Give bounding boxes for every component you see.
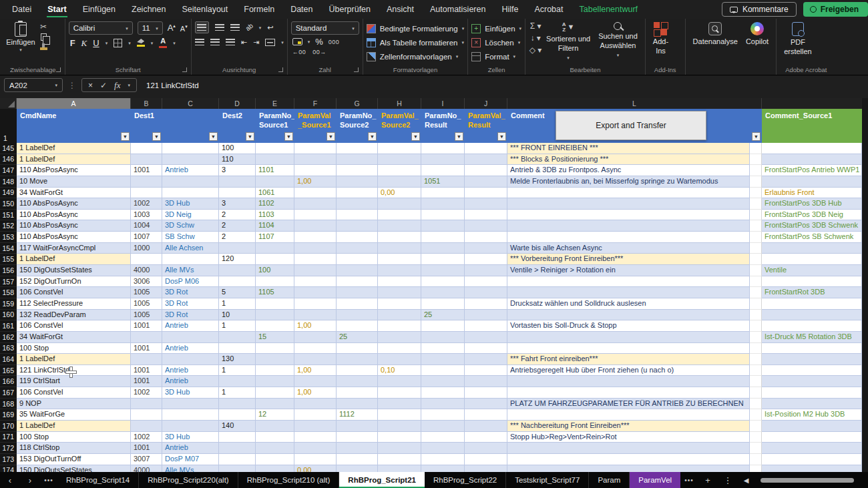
cell-C160[interactable]: 3D Rot: [162, 310, 219, 321]
cell-B160[interactable]: 1005: [131, 310, 162, 321]
cell-F166[interactable]: [294, 376, 337, 387]
cell-I153[interactable]: [421, 232, 465, 243]
cell-L160-comment[interactable]: [507, 310, 750, 321]
insert-function-icon[interactable]: fx: [114, 80, 120, 91]
cell-B167[interactable]: 1002: [131, 387, 162, 399]
filter-icon[interactable]: ▾: [411, 132, 420, 141]
cell-H147[interactable]: [378, 165, 421, 176]
cell-H165[interactable]: 0,10: [378, 365, 421, 377]
cell-G165[interactable]: [337, 365, 378, 377]
row-number-145[interactable]: 145: [0, 143, 17, 154]
cell-L149-comment[interactable]: [507, 188, 750, 199]
cell-H168[interactable]: [378, 399, 421, 410]
cell-E170[interactable]: [256, 421, 294, 432]
row-number-162[interactable]: 162: [0, 332, 17, 343]
cell-I159[interactable]: [421, 298, 465, 310]
cell-C151[interactable]: 3D Neig: [162, 210, 219, 221]
cell-I161[interactable]: [421, 320, 465, 332]
row-number-170[interactable]: 170: [0, 421, 17, 432]
cell-I167[interactable]: [421, 387, 465, 399]
cell-G162[interactable]: 25: [337, 332, 378, 343]
cell-F156[interactable]: [294, 265, 337, 276]
cell-G148[interactable]: [337, 176, 378, 188]
filter-icon[interactable]: ▾: [752, 132, 761, 141]
cell-H171[interactable]: [378, 432, 421, 443]
cell-B145[interactable]: [131, 143, 162, 154]
cell-J154[interactable]: [465, 243, 507, 254]
cell-B151[interactable]: 1003: [131, 210, 162, 221]
cell-D159[interactable]: 1: [219, 298, 256, 310]
sheet-tab-testskript-script77[interactable]: Testskript_Script77: [506, 472, 589, 488]
number-format-select[interactable]: Standard▾: [291, 21, 359, 35]
cell-A160[interactable]: 132 ReadDevParam: [17, 310, 131, 321]
align-left-icon[interactable]: [195, 39, 204, 46]
cell-M154[interactable]: [750, 243, 762, 254]
cell-G146[interactable]: [337, 154, 378, 166]
copilot-button[interactable]: Copilot: [742, 21, 773, 47]
formula-input[interactable]: 121 LinkCtrlStd: [142, 81, 199, 89]
cell-F168[interactable]: [294, 399, 337, 410]
cell-A146[interactable]: 1 LabelDef: [17, 154, 131, 166]
cell-M145[interactable]: [750, 143, 762, 154]
menu-item-daten[interactable]: Daten: [282, 0, 320, 19]
fill-down-icon[interactable]: ↓ ▾: [530, 34, 540, 42]
cell-M159[interactable]: [750, 298, 762, 310]
cell-G166[interactable]: [337, 376, 378, 387]
cell-L150-comment[interactable]: [507, 198, 750, 210]
column-letter-L[interactable]: L: [507, 98, 762, 109]
cell-H174[interactable]: [378, 465, 421, 472]
cell-E162[interactable]: 15: [256, 332, 294, 343]
cell-C152[interactable]: 3D Schw: [162, 220, 219, 232]
cell-G154[interactable]: [337, 243, 378, 254]
comment-source-cell-152[interactable]: FrontStartPos 3DB Schwenk: [762, 220, 862, 232]
dialog-launcher-icon[interactable]: [182, 67, 187, 72]
cell-G157[interactable]: [337, 276, 378, 288]
cell-C162[interactable]: [162, 332, 219, 343]
cell-B173[interactable]: 3007: [131, 454, 162, 465]
row-number-171[interactable]: 171: [0, 432, 17, 443]
comment-source-cell-155[interactable]: [762, 254, 862, 265]
prev-sheet-icon[interactable]: ‹: [0, 472, 20, 488]
export-and-transfer-button[interactable]: Export and Transfer: [556, 111, 706, 140]
cell-B156[interactable]: 4000: [131, 265, 162, 276]
column-letter-B[interactable]: B: [131, 98, 162, 109]
comment-source-cell-159[interactable]: [762, 298, 862, 310]
cell-M163[interactable]: [750, 343, 762, 354]
cell-D169[interactable]: [219, 409, 256, 421]
cell-F161[interactable]: 1,00: [294, 320, 337, 332]
cell-B158[interactable]: 1005: [131, 287, 162, 298]
cell-D161[interactable]: 1: [219, 320, 256, 332]
cell-J152[interactable]: [465, 220, 507, 232]
cell-E166[interactable]: [256, 376, 294, 387]
cell-C145[interactable]: [162, 143, 219, 154]
cell-J151[interactable]: [465, 210, 507, 221]
menu-item-tabellenentwurf[interactable]: Tabellenentwurf: [572, 0, 646, 19]
cell-C169[interactable]: [162, 409, 219, 421]
cell-B171[interactable]: 1002: [131, 432, 162, 443]
enter-icon[interactable]: ✓: [100, 81, 107, 90]
cell-L146-comment[interactable]: *** Blocks & Positionierung ***: [507, 154, 750, 166]
cell-E145[interactable]: [256, 143, 294, 154]
cell-J147[interactable]: [465, 165, 507, 176]
row-number-161[interactable]: 161: [0, 320, 17, 332]
dialog-launcher-icon[interactable]: [278, 67, 283, 72]
cell-M172[interactable]: [750, 443, 762, 454]
cell-L168-comment[interactable]: PLATZ UM FAHRZEUGPARAMETER FÜR ANTRIEB Z…: [507, 399, 750, 410]
cell-F160[interactable]: [294, 310, 337, 321]
cell-G174[interactable]: [337, 465, 378, 472]
cell-D153[interactable]: 2: [219, 232, 256, 243]
cell-A174[interactable]: 150 DigOutsSetStates: [17, 465, 131, 472]
cell-I172[interactable]: [421, 443, 465, 454]
cell-I147[interactable]: [421, 165, 465, 176]
cell-E154[interactable]: [256, 243, 294, 254]
cell-A156[interactable]: 150 DigOutsSetStates: [17, 265, 131, 276]
cell-L172-comment[interactable]: [507, 443, 750, 454]
comment-source-cell-165[interactable]: [762, 365, 862, 377]
filter-icon[interactable]: ▾: [121, 132, 130, 141]
paste-button[interactable]: Einfügen ▾: [5, 21, 37, 52]
cell-B161[interactable]: 1001: [131, 320, 162, 332]
cell-G171[interactable]: [337, 432, 378, 443]
cell-F158[interactable]: [294, 287, 337, 298]
cell-D166[interactable]: [219, 376, 256, 387]
cell-A150[interactable]: 110 AbsPosAsync: [17, 198, 131, 210]
